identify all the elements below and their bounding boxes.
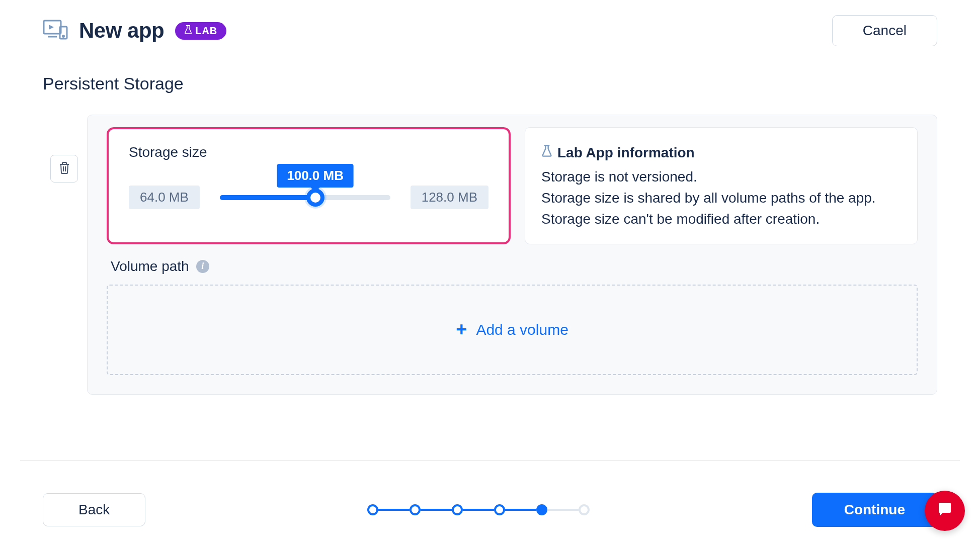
add-volume-button[interactable]: + Add a volume (107, 285, 918, 375)
app-icon (43, 19, 68, 43)
delete-storage-button[interactable] (50, 155, 78, 183)
progress-stepper (367, 504, 590, 515)
info-icon[interactable]: i (196, 260, 209, 273)
section-title: Persistent Storage (43, 74, 937, 94)
storage-size-panel: Storage size 64.0 MB 100.0 MB 128.0 MB (107, 127, 511, 244)
lab-badge: LAB (175, 22, 226, 40)
lab-info-line1: Storage is not versioned. (541, 166, 901, 188)
step-connector (547, 509, 579, 511)
lab-badge-label: LAB (195, 25, 217, 37)
svg-point-4 (63, 36, 64, 37)
storage-slider[interactable]: 100.0 MB (220, 195, 390, 200)
svg-marker-1 (49, 25, 54, 30)
step-4[interactable] (494, 504, 505, 515)
content-row: Storage size 64.0 MB 100.0 MB 128.0 MB (50, 115, 937, 395)
step-3[interactable] (452, 504, 463, 515)
step-connector (505, 509, 536, 511)
lab-info-title-row: Lab App information (541, 142, 695, 163)
title-group: New app LAB (43, 19, 226, 43)
back-button[interactable]: Back (43, 493, 145, 526)
slider-max-label: 128.0 MB (411, 186, 488, 209)
step-5-current[interactable] (536, 504, 547, 515)
footer: Back Continue (43, 493, 937, 527)
chat-widget-button[interactable] (925, 491, 965, 531)
step-1[interactable] (367, 504, 378, 515)
step-2[interactable] (410, 504, 421, 515)
flask-icon (541, 143, 552, 162)
flask-icon (184, 25, 192, 37)
lab-info-line3: Storage size can't be modified after cre… (541, 209, 901, 230)
step-6[interactable] (579, 504, 590, 515)
slider-fill (220, 195, 315, 200)
lab-info-title: Lab App information (557, 142, 695, 163)
trash-icon (58, 161, 70, 176)
volume-path-label: Volume path (111, 258, 189, 275)
plus-icon: + (456, 319, 467, 340)
lab-info-line2: Storage size is shared by all volume pat… (541, 188, 901, 209)
slider-min-label: 64.0 MB (129, 186, 200, 209)
cancel-button[interactable]: Cancel (832, 15, 937, 46)
step-connector (463, 509, 494, 511)
lab-info-panel: Lab App information Storage is not versi… (525, 127, 918, 244)
slider-thumb[interactable] (306, 189, 324, 207)
slider-row: 64.0 MB 100.0 MB 128.0 MB (129, 186, 488, 209)
top-panels: Storage size 64.0 MB 100.0 MB 128.0 MB (107, 127, 918, 244)
continue-button[interactable]: Continue (812, 493, 937, 527)
slider-value-bubble: 100.0 MB (277, 164, 354, 188)
page-title: New app (79, 19, 164, 43)
storage-card: Storage size 64.0 MB 100.0 MB 128.0 MB (87, 115, 937, 395)
step-connector (421, 509, 452, 511)
volume-path-label-row: Volume path i (111, 258, 918, 275)
add-volume-label: Add a volume (476, 321, 568, 338)
chat-icon (935, 500, 955, 522)
header: New app LAB Cancel (43, 15, 937, 46)
storage-size-label: Storage size (129, 144, 488, 160)
step-connector (378, 509, 410, 511)
footer-divider (20, 460, 960, 461)
